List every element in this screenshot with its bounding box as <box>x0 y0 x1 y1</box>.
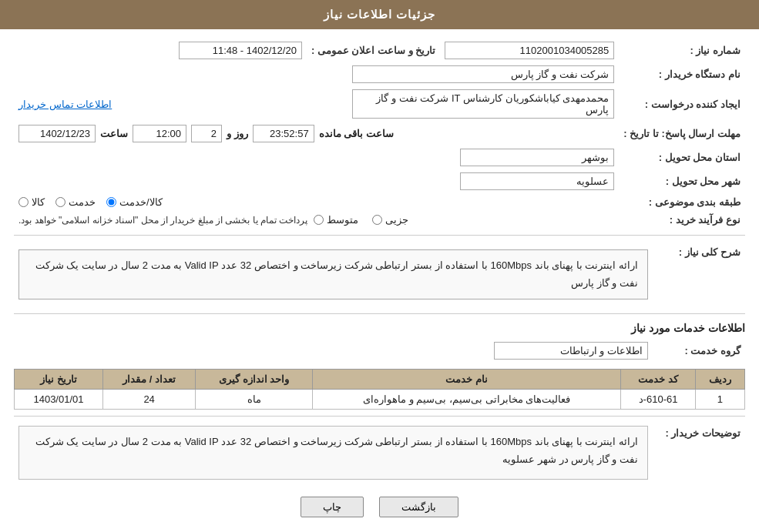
remaining-label: ساعت باقی مانده <box>319 128 394 139</box>
description-value: ارائه اینترنت با پهنای باند 160Mbps با ا… <box>18 249 648 299</box>
service-group-value: اطلاعات و ارتباطات <box>494 342 648 360</box>
col-radif: ردیف <box>695 369 744 389</box>
process-motavasset-label: متوسط <box>327 214 358 226</box>
table-cell-3: ماه <box>196 389 313 409</box>
deadline-date: 1402/12/23 <box>18 125 96 142</box>
button-row: بازگشت چاپ <box>14 497 745 517</box>
deadline-time: 12:00 <box>133 125 186 142</box>
buyer-name-value: شرکت نفت و گاز پارس <box>352 65 614 83</box>
niyaz-number-value: 1102001034005285 <box>445 42 614 59</box>
deadline-remaining: 23:52:57 <box>253 125 314 142</box>
col-unit: واحد اندازه گیری <box>196 369 313 389</box>
table-cell-2: فعالیت‌های مخابراتی بی‌سیم، بی‌سیم و ماه… <box>312 389 621 409</box>
category-khadamat-label: خدمت <box>69 196 96 208</box>
announce-label: تاریخ و ساعت اعلان عمومی : <box>307 38 440 62</box>
table-cell-4: 24 <box>103 389 196 409</box>
category-kala-label: کالا <box>32 196 45 208</box>
contact-link[interactable]: اطلاعات تماس خریدار <box>18 99 112 110</box>
col-name: نام خدمت <box>312 369 621 389</box>
creator-value: محمدمهدی کیاباشکوریان کارشناس IT شرکت نف… <box>352 89 614 119</box>
print-button[interactable]: چاپ <box>301 497 364 517</box>
days-label: روز و <box>227 128 248 139</box>
process-label: نوع فرآیند خرید : <box>619 211 745 229</box>
divider-3 <box>14 416 745 417</box>
buyer-name-label: نام دستگاه خریدار : <box>619 62 745 86</box>
announce-value: 1402/12/20 - 11:48 <box>179 42 302 59</box>
divider-1 <box>14 235 745 236</box>
service-group-label: گروه خدمت : <box>653 339 745 363</box>
divider-2 <box>14 313 745 314</box>
process-note: پرداخت تمام یا بخشی از مبلغ خریدار از مح… <box>18 215 307 226</box>
buyer-remarks-value: ارائه اینترنت با پهنای باند 160Mbps با ا… <box>18 426 648 480</box>
process-jozi-label: جزیی <box>385 214 408 226</box>
province-value: بوشهر <box>460 149 614 166</box>
services-table: ردیف کد خدمت نام خدمت واحد اندازه گیری ت… <box>14 369 745 410</box>
category-kala-khadamat-radio[interactable] <box>106 197 116 207</box>
category-kala-khadamat-label: کالا/خدمت <box>119 196 163 208</box>
col-quantity: تعداد / مقدار <box>103 369 196 389</box>
col-date: تاریخ نیاز <box>15 369 103 389</box>
process-motavasset-radio[interactable] <box>314 215 324 225</box>
table-row: 1610-61-دفعالیت‌های مخابراتی بی‌سیم، بی‌… <box>15 389 745 409</box>
province-label: استان محل تحویل : <box>619 146 745 169</box>
col-code: کد خدمت <box>621 369 695 389</box>
city-label: شهر محل تحویل : <box>619 169 745 193</box>
city-value: عسلویه <box>460 172 614 190</box>
services-section-title: اطلاعات خدمات مورد نیاز <box>14 322 745 334</box>
process-jozi-radio[interactable] <box>372 215 382 225</box>
creator-label: ایجاد کننده درخواست : <box>619 86 745 122</box>
description-label: شرح کلی نیاز : <box>653 242 745 307</box>
deadline-days: 2 <box>191 125 222 142</box>
deadline-label: مهلت ارسال پاسخ: تا تاریخ : <box>619 122 745 146</box>
buyer-remarks-label: توضیحات خریدار : <box>653 423 745 483</box>
table-cell-1: 610-61-د <box>621 389 695 409</box>
category-label: طبقه بندی موضوعی : <box>619 193 745 211</box>
page-header: جزئیات اطلاعات نیاز <box>0 0 759 29</box>
table-cell-0: 1 <box>695 389 744 409</box>
category-kala-radio[interactable] <box>18 197 29 207</box>
category-khadamat-radio[interactable] <box>55 197 65 207</box>
back-button[interactable]: بازگشت <box>379 497 458 517</box>
niyaz-number-label: شماره نیاز : <box>619 38 745 62</box>
table-cell-5: 1403/01/01 <box>15 389 103 409</box>
time-label: ساعت <box>100 128 128 139</box>
